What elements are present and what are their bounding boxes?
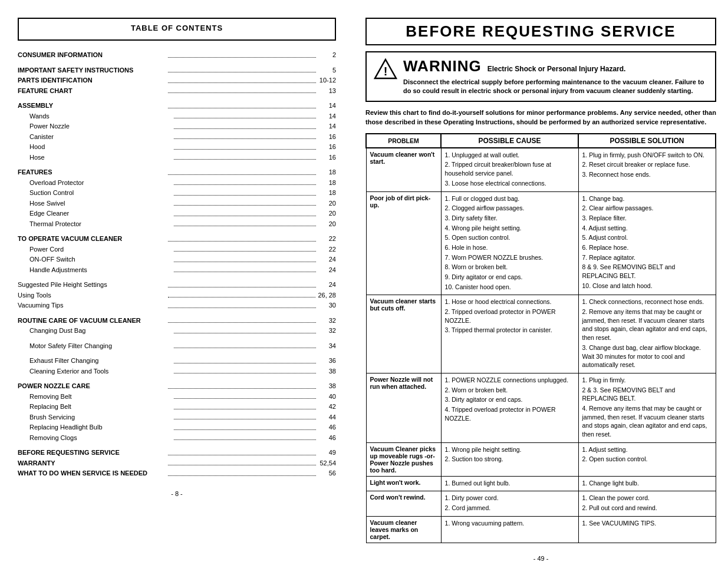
- toc-dots: [174, 209, 316, 216]
- toc-entry: IMPORTANT SAFETY INSTRUCTIONS5: [18, 65, 336, 75]
- toc-label: Power Nozzle: [18, 121, 172, 131]
- toc-label: Exhaust Filter Changing: [18, 356, 172, 366]
- solution-cell: 1. See VACUUMING TIPS.: [578, 516, 716, 543]
- toc-label: Wands: [18, 111, 172, 121]
- cause-item: 2. Tripped circuit breaker/blown fuse at…: [445, 160, 575, 177]
- toc-entry: Cleaning Exterior and Tools38: [18, 366, 336, 376]
- solution-cell: 1. Clean the power cord.2. Pull out cord…: [578, 491, 716, 516]
- cause-item: 4. Wrong pile height setting.: [445, 224, 575, 233]
- toc-dots: [168, 75, 316, 83]
- toc-dots: [168, 458, 316, 466]
- right-page-number: - 49 -: [365, 555, 716, 562]
- toc-dots: [174, 178, 316, 186]
- solution-item: 5. Adjust control.: [582, 233, 712, 242]
- left-panel: TABLE OF CONTENTS CONSUMER INFORMATION2I…: [6, 12, 348, 562]
- toc-label: Motor Safety Filter Changing: [18, 341, 172, 351]
- toc-page: 14: [318, 121, 336, 131]
- toc-label: FEATURES: [18, 167, 166, 177]
- col-header-solution: POSSIBLE SOLUTION: [578, 134, 716, 148]
- toc-entry: Replacing Headlight Bulb46: [18, 422, 336, 432]
- toc-dots: [168, 468, 316, 476]
- solution-item: 1. See VACUUMING TIPS.: [582, 519, 712, 528]
- toc-label: Removing Clogs: [18, 433, 172, 443]
- solution-item: 6. Replace hose.: [582, 243, 712, 252]
- table-row: Vacuum cleaner leaves marks on carpet.1.…: [366, 516, 716, 543]
- toc-label: Hood: [18, 142, 172, 152]
- problem-cell: Vacuum cleaner leaves marks on carpet.: [366, 516, 441, 543]
- toc-dots: [174, 142, 316, 150]
- toc-page: 5: [318, 65, 336, 75]
- toc-page: 10-12: [318, 75, 336, 85]
- toc-label: Replacing Headlight Bulb: [18, 422, 172, 432]
- cause-cell: 1. Wrong pile height setting.2. Suction …: [441, 442, 578, 476]
- toc-entry: Vacuuming Tips30: [18, 300, 336, 310]
- toc-label: Using Tools: [18, 290, 166, 300]
- solution-item: 1. Change light bulb.: [582, 479, 712, 488]
- toc-dots: [174, 244, 316, 252]
- service-table-body: Vacuum cleaner won't start.1. Unplugged …: [366, 148, 716, 543]
- toc-dots: [174, 121, 316, 129]
- toc-dots: [174, 402, 316, 409]
- toc-label: Hose: [18, 153, 172, 163]
- toc-dots: [174, 422, 316, 430]
- warning-subtitle: Electric Shock or Personal Injury Hazard…: [487, 65, 626, 73]
- solution-item: 2. Open suction control.: [582, 455, 712, 464]
- cause-item: 1. POWER NOZZLE connections unplugged.: [445, 376, 575, 385]
- service-table: PROBLEM POSSIBLE CAUSE POSSIBLE SOLUTION…: [365, 133, 716, 543]
- toc-dots: [174, 392, 316, 399]
- svg-text:!: !: [384, 65, 388, 78]
- toc-page: 46: [318, 433, 336, 443]
- toc-page: 26, 28: [318, 290, 336, 300]
- toc-page: 38: [318, 366, 336, 376]
- cause-item: 1. Wrong pile height setting.: [445, 445, 575, 454]
- toc-page: 32: [318, 326, 336, 336]
- review-text: Review this chart to find do-it-yourself…: [365, 108, 716, 127]
- toc-page: 49: [318, 448, 336, 458]
- toc-page: 40: [318, 392, 336, 402]
- toc-entry: Hood16: [18, 142, 336, 152]
- toc-dots: [174, 356, 316, 363]
- toc-entry: Changing Dust Bag32: [18, 326, 336, 336]
- toc-entry: CONSUMER INFORMATION2: [18, 50, 336, 60]
- solution-cell: 1. Plug in firmly.2 & 3. See REMOVING BE…: [578, 373, 716, 442]
- toc-label: Suction Control: [18, 188, 172, 198]
- solution-item: 2. Remove any items that may be caught o…: [582, 308, 712, 342]
- cause-item: 2. Tripped overload protector in POWER N…: [445, 308, 575, 325]
- toc-dots: [168, 86, 316, 94]
- solution-item: 2 & 3. See REMOVING BELT and REPLACING B…: [582, 386, 712, 403]
- toc-page: 14: [318, 111, 336, 121]
- warning-text: Disconnect the electrical supply before …: [403, 78, 708, 96]
- problem-cell: Vacuum Cleaner picks up moveable rugs -o…: [366, 442, 441, 476]
- toc-page: 22: [318, 234, 336, 244]
- toc-label: Vacuuming Tips: [18, 300, 166, 310]
- toc-label: FEATURE CHART: [18, 86, 166, 96]
- toc-page: 20: [318, 199, 336, 209]
- toc-label: WHAT TO DO WHEN SERVICE IS NEEDED: [18, 468, 166, 478]
- toc-page: 14: [318, 101, 336, 111]
- toc-label: POWER NOZZLE CARE: [18, 381, 166, 391]
- toc-page: 20: [318, 219, 336, 229]
- toc-label: Replacing Belt: [18, 402, 172, 412]
- toc-dots: [168, 316, 316, 323]
- cause-cell: 1. Wrong vacuuming pattern.: [441, 516, 578, 543]
- table-row: Vacuum Cleaner picks up moveable rugs -o…: [366, 442, 716, 476]
- solution-item: 1. Plug in firmly.: [582, 376, 712, 385]
- solution-item: 7. Replace agitator.: [582, 253, 712, 262]
- solution-item: 4. Adjust setting.: [582, 224, 712, 233]
- toc-entry: POWER NOZZLE CARE38: [18, 381, 336, 391]
- toc-label: Suggested Pile Height Settings: [18, 280, 166, 290]
- cause-item: 2. Worn or broken belt.: [445, 386, 575, 395]
- toc-page: 52,54: [318, 458, 336, 468]
- service-title: BEFORE REQUESTING SERVICE: [365, 18, 716, 45]
- toc-dots: [168, 65, 316, 73]
- toc-page: 20: [318, 209, 336, 219]
- toc-dots: [174, 188, 316, 196]
- cause-item: 10. Canister hood open.: [445, 283, 575, 292]
- toc-entry: ASSEMBLY14: [18, 101, 336, 111]
- toc-page: 13: [318, 86, 336, 96]
- toc-dots: [168, 234, 316, 242]
- toc-dots: [168, 381, 316, 389]
- toc-page: 16: [318, 153, 336, 163]
- toc-entry: Power Cord22: [18, 244, 336, 254]
- solution-cell: 1. Change bag.2. Clear airflow passages.…: [578, 191, 716, 295]
